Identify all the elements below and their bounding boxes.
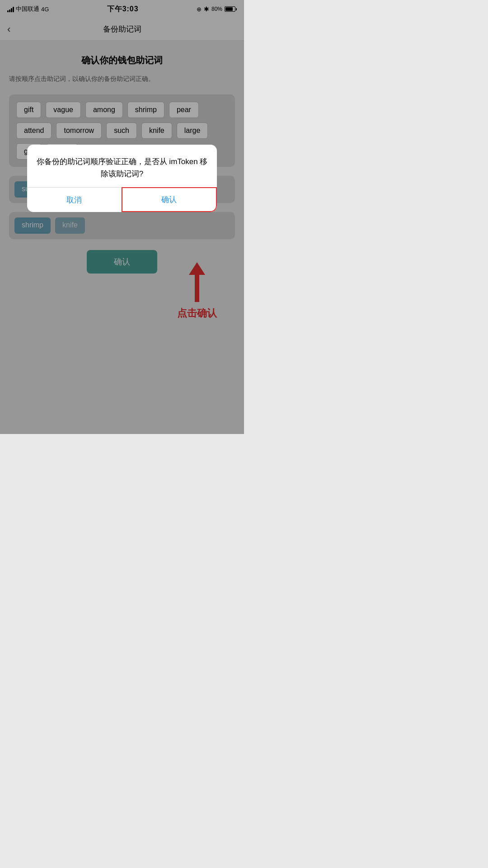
dialog-cancel-button[interactable]: 取消 [27,188,122,212]
dialog: 你备份的助记词顺序验证正确，是否从 imToken 移除该助记词? 取消 确认 [27,145,217,212]
overlay [0,0,244,434]
dialog-body: 你备份的助记词顺序验证正确，是否从 imToken 移除该助记词? [27,145,217,187]
dialog-actions: 取消 确认 [27,187,217,212]
dialog-message: 你备份的助记词顺序验证正确，是否从 imToken 移除该助记词? [36,156,208,180]
dialog-confirm-button[interactable]: 确认 [122,187,217,212]
